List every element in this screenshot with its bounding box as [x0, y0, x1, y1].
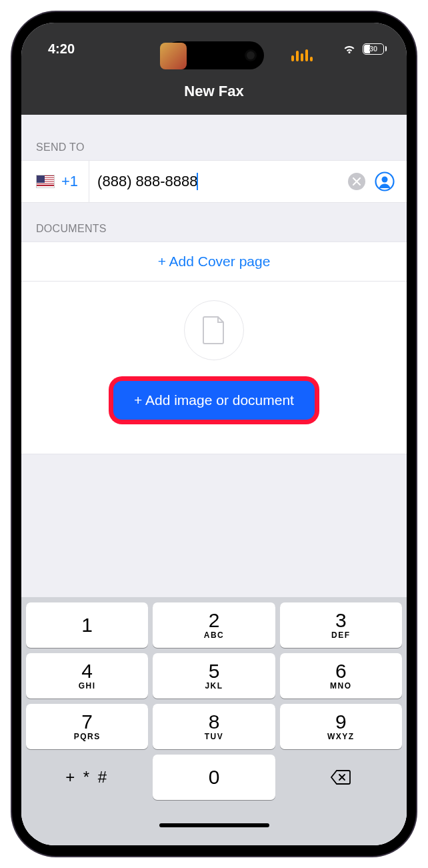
status-time: 4:20	[48, 41, 75, 57]
document-placeholder-icon	[184, 300, 244, 360]
key-6[interactable]: 6MNO	[280, 653, 402, 699]
phone-value: (888) 888-8888	[97, 173, 197, 190]
key-4[interactable]: 4GHI	[26, 653, 148, 699]
contact-icon	[375, 171, 395, 191]
key-symbols[interactable]: + * #	[26, 755, 148, 800]
dial-code: +1	[61, 173, 78, 190]
key-1[interactable]: 1	[26, 602, 148, 648]
now-playing-artwork[interactable]	[160, 43, 187, 69]
key-0[interactable]: 0	[153, 755, 275, 800]
key-5[interactable]: 5JKL	[153, 653, 275, 699]
key-backspace[interactable]	[280, 755, 402, 800]
add-document-button[interactable]: + Add image or document	[113, 380, 315, 420]
page-title: New Fax	[184, 83, 243, 100]
x-icon	[353, 177, 361, 185]
send-to-label: SEND TO	[21, 115, 407, 160]
device-frame: 4:20 30 New Fax	[12, 12, 416, 856]
screen: 4:20 30 New Fax	[21, 23, 407, 845]
backspace-icon	[330, 769, 351, 785]
country-code-button[interactable]: +1	[21, 161, 89, 202]
contacts-button[interactable]	[375, 171, 395, 191]
key-3[interactable]: 3DEF	[280, 602, 402, 648]
nav-bar: New Fax	[21, 68, 407, 115]
phone-row: +1 (888) 888-8888	[21, 160, 407, 203]
home-indicator[interactable]	[159, 823, 269, 827]
key-2[interactable]: 2ABC	[153, 602, 275, 648]
battery-percent: 30	[363, 45, 383, 53]
wifi-icon	[342, 43, 357, 54]
key-9[interactable]: 9WXYZ	[280, 704, 402, 749]
content: SEND TO +1 (888) 888-8888	[21, 115, 407, 845]
audio-visualizer-icon	[291, 49, 313, 61]
add-cover-label: + Add Cover page	[158, 254, 271, 270]
clear-button[interactable]	[348, 173, 365, 190]
battery-indicator: 30	[363, 43, 387, 55]
numeric-keypad: 1 2ABC 3DEF 4GHI 5JKL 6MNO 7PQRS 8TUV 9W…	[21, 597, 407, 845]
add-cover-button[interactable]: + Add Cover page	[21, 242, 407, 282]
us-flag-icon	[36, 175, 55, 188]
text-cursor	[197, 173, 198, 190]
home-indicator-area	[26, 805, 402, 845]
svg-point-1	[382, 177, 388, 183]
phone-input[interactable]: (888) 888-8888	[89, 173, 348, 190]
documents-label: DOCUMENTS	[21, 203, 407, 242]
add-document-label: + Add image or document	[134, 392, 294, 408]
key-7[interactable]: 7PQRS	[26, 704, 148, 749]
documents-area: + Add image or document	[21, 282, 407, 454]
page-icon	[202, 316, 226, 345]
spacer	[21, 454, 407, 597]
key-8[interactable]: 8TUV	[153, 704, 275, 749]
